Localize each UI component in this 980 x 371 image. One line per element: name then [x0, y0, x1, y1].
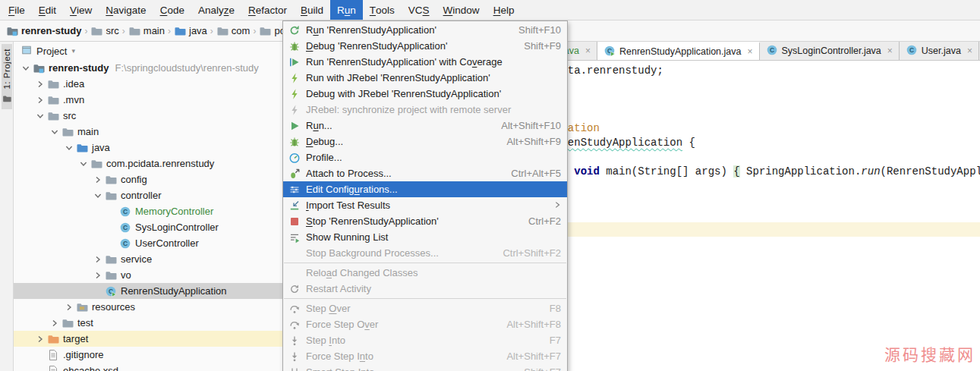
folder-src-icon — [75, 142, 89, 154]
menu-edit[interactable]: Edit — [32, 0, 63, 20]
breadcrumb-label: java — [189, 25, 207, 36]
menu-separator — [284, 298, 566, 299]
folder-src-icon — [174, 25, 186, 37]
run-menu-item-debug-renrenstudyapplication-[interactable]: Debug 'RenrenStudyApplication'Shift+F9 — [283, 38, 567, 54]
chevron-right-icon[interactable] — [91, 255, 104, 264]
breadcrumb-item-src[interactable]: src — [90, 25, 118, 37]
tree-item-vo[interactable]: vo — [14, 267, 282, 283]
breadcrumb-item-com[interactable]: com — [216, 25, 251, 37]
menu-item-shortcut: Shift+F10 — [518, 24, 561, 36]
breadcrumb-item-main[interactable]: main — [128, 25, 165, 37]
menu-item-label: Stop Background Processes... — [306, 247, 489, 259]
tree-item-RenrenStudyApplication[interactable]: CRenrenStudyApplication — [14, 283, 282, 299]
chevron-down-icon[interactable] — [62, 143, 75, 152]
chevron-down-icon[interactable]: ▾ — [71, 47, 75, 55]
chevron-right-icon[interactable] — [33, 80, 46, 89]
tree-item-controller[interactable]: controller — [14, 187, 282, 203]
close-icon[interactable]: × — [887, 46, 893, 56]
run-menu-item-edit-configurations-[interactable]: Edit Configurations... — [283, 181, 567, 197]
tree-item-SysLoginController[interactable]: CSysLoginController — [14, 219, 282, 235]
profile-icon — [288, 152, 301, 164]
chevron-down-icon[interactable] — [33, 112, 46, 121]
editor-tab-User.java[interactable]: CUser.java× — [900, 42, 979, 60]
chevron-right-icon[interactable] — [48, 319, 61, 328]
class-icon: C — [118, 206, 132, 218]
menu-file[interactable]: File — [2, 0, 32, 20]
menu-view[interactable]: View — [63, 0, 99, 20]
menu-item-label: Debug with JRebel 'RenrenStudyApplicatio… — [306, 88, 561, 99]
run-menu-item-run-[interactable]: Run...Alt+Shift+F10 — [283, 118, 567, 134]
tree-item-.mvn[interactable]: .mvn — [14, 92, 282, 108]
tree-item-test[interactable]: test — [14, 315, 282, 331]
chevron-down-icon[interactable] — [19, 64, 32, 73]
tree-item-UserController[interactable]: CUserController — [14, 235, 282, 251]
tree-item-resources[interactable]: resources — [14, 299, 282, 315]
menu-help[interactable]: Help — [487, 0, 522, 20]
tree-item-service[interactable]: service — [14, 251, 282, 267]
breadcrumb-separator: › — [168, 26, 171, 36]
run-menu-item-run-renrenstudyapplication-[interactable]: Run 'RenrenStudyApplication'Shift+F10 — [283, 22, 567, 38]
stop-icon — [288, 215, 301, 228]
chevron-down-icon[interactable] — [48, 127, 61, 137]
menu-item-label: Run 'RenrenStudyApplication' with Covera… — [306, 56, 561, 68]
menu-navigate[interactable]: Navigate — [99, 0, 153, 20]
tree-item-target[interactable]: target — [14, 331, 282, 347]
folder-icon — [90, 25, 102, 37]
run-menu-item-import-test-results[interactable]: Import Test Results — [283, 197, 567, 213]
menu-window[interactable]: Window — [436, 0, 487, 20]
chevron-right-icon[interactable] — [62, 303, 75, 312]
menu-run[interactable]: Run — [330, 0, 363, 20]
chevron-right-icon[interactable] — [91, 175, 104, 184]
menu-vcs[interactable]: VCS — [402, 0, 436, 20]
breadcrumb-item-pc[interactable]: pc — [259, 25, 285, 37]
tree-item-java[interactable]: java — [14, 140, 282, 156]
tree-item-.gitignore[interactable]: .gitignore — [14, 347, 282, 363]
chevron-down-icon[interactable] — [77, 159, 90, 168]
run-menu-item-debug-[interactable]: Debug...Alt+Shift+F9 — [283, 134, 567, 149]
tree-item-label: .idea — [63, 78, 84, 90]
menu-build[interactable]: Build — [294, 0, 330, 20]
tree-item-label: config — [121, 174, 147, 185]
run-menu-item-run-with-jrebel-renrenstudyapplication-[interactable]: Run with JRebel 'RenrenStudyApplication' — [283, 70, 567, 86]
chevron-down-icon[interactable] — [91, 191, 104, 200]
chevron-right-icon[interactable] — [33, 96, 46, 105]
menu-code[interactable]: Code — [153, 0, 191, 20]
run-menu-item-profile-[interactable]: Profile... — [283, 149, 567, 165]
editor-tab-SysLoginController.java[interactable]: CSysLoginController.java× — [760, 42, 900, 60]
tree-item-label: RenrenStudyApplication — [121, 285, 226, 297]
run-menu-item-run-renrenstudyapplication-with-coverage[interactable]: Run 'RenrenStudyApplication' with Covera… — [283, 54, 567, 70]
tree-item-config[interactable]: config — [14, 171, 282, 187]
menu-refactor[interactable]: Refactor — [241, 0, 294, 20]
run-menu-item-attach-to-process-[interactable]: Attach to Process...Ctrl+Alt+F5 — [283, 165, 567, 181]
breadcrumb-item-renren-study[interactable]: renren-study — [6, 25, 81, 37]
close-icon[interactable]: × — [967, 46, 972, 56]
menu-item-label: Force Step Over — [306, 319, 493, 330]
tree-item-src[interactable]: src — [14, 108, 282, 124]
tree-item-main[interactable]: main — [14, 124, 282, 140]
close-icon[interactable]: × — [585, 46, 591, 56]
menu-tools[interactable]: Tools — [363, 0, 402, 20]
chevron-right-icon[interactable] — [33, 335, 46, 344]
run-menu-popup: Run 'RenrenStudyApplication'Shift+F10Deb… — [282, 20, 568, 371]
tree-item-MemoryController[interactable]: CMemoryController — [14, 203, 282, 219]
project-panel-header[interactable]: Project ▾ — [14, 42, 282, 60]
tree-item-com.pcidata.renrenstudy[interactable]: com.pcidata.renrenstudy — [14, 156, 282, 171]
run-menu-item-debug-with-jrebel-renrenstudyapplication-[interactable]: Debug with JRebel 'RenrenStudyApplicatio… — [283, 86, 567, 102]
bug-icon — [288, 40, 301, 52]
tree-item-ehcache.xsd[interactable]: ehcache.xsd — [14, 363, 282, 371]
menu-item-shortcut: Ctrl+Shift+F2 — [503, 247, 561, 259]
sidebar-item-project[interactable]: 1: Project — [2, 44, 12, 109]
chevron-right-icon[interactable] — [91, 271, 104, 280]
run-menu-item-show-running-list[interactable]: Show Running List — [283, 229, 567, 245]
project-tooltab-label: 1: Project — [2, 49, 11, 90]
breadcrumb-item-java[interactable]: java — [174, 25, 207, 37]
close-icon[interactable]: × — [747, 46, 752, 57]
editor-tab-RenrenStudyApplication.java[interactable]: CRenrenStudyApplication.java× — [597, 42, 760, 60]
svg-text:C: C — [123, 240, 128, 247]
menu-analyze[interactable]: Analyze — [191, 0, 241, 20]
run-menu-item-stop-renrenstudyapplication-[interactable]: Stop 'RenrenStudyApplication'Ctrl+F2 — [283, 213, 567, 229]
tree-item-.idea[interactable]: .idea — [14, 76, 282, 92]
breadcrumb-label: renren-study — [21, 25, 81, 36]
tree-item-renren-study[interactable]: renren-studyF:\springcloudstudy\renren-s… — [14, 60, 282, 76]
svg-text:C: C — [123, 208, 128, 215]
